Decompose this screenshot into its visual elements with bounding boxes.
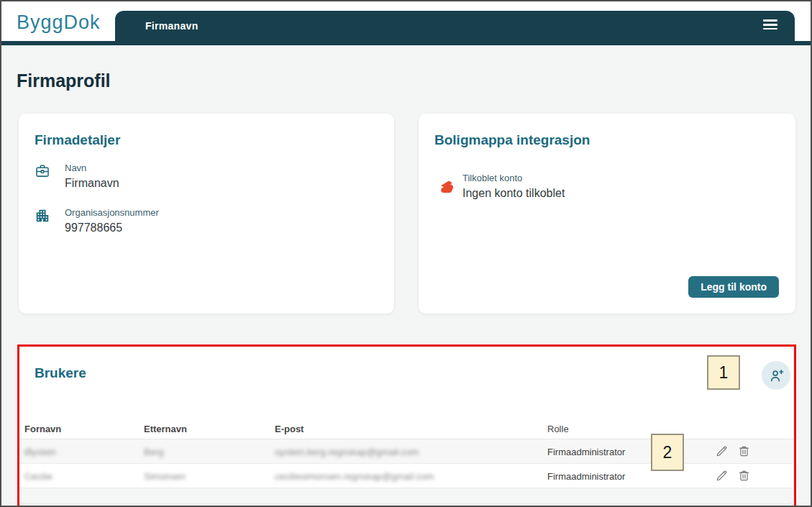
brukere-card: Brukere Fornavn Etternavn E-post Rolle Ø… bbox=[19, 347, 793, 503]
boligmappa-title: Boligmappa integrasjon bbox=[434, 132, 590, 148]
cell-fornavn: Cecilie bbox=[24, 470, 53, 481]
brukere-title: Brukere bbox=[35, 365, 86, 381]
hamburger-icon bbox=[763, 24, 777, 26]
column-header-rolle: Rolle bbox=[547, 424, 569, 434]
table-footer bbox=[19, 488, 793, 503]
row-actions bbox=[715, 469, 752, 483]
app-window: ByggDok Firmanavn Firmaprofil Firmadetal… bbox=[0, 0, 812, 507]
add-user-button[interactable] bbox=[762, 361, 790, 390]
cell-epost: ceciliesimonsen.regnskap@gmail.com bbox=[275, 470, 434, 481]
field-label: Navn bbox=[65, 163, 119, 173]
field-label: Tilkoblet konto bbox=[462, 173, 565, 183]
delete-user-button[interactable] bbox=[737, 444, 752, 459]
column-header-fornavn: Fornavn bbox=[24, 424, 61, 434]
field-value: 997788665 bbox=[65, 221, 159, 234]
boligmappa-logo-icon bbox=[439, 178, 457, 196]
cell-rolle: Firmaadministrator bbox=[547, 470, 625, 481]
cell-etternavn: Simonsen bbox=[144, 470, 186, 481]
app-logo[interactable]: ByggDok bbox=[17, 12, 101, 34]
field-value: Firmanavn bbox=[65, 177, 119, 190]
delete-user-button[interactable] bbox=[737, 469, 752, 483]
trash-icon bbox=[737, 444, 752, 458]
annotation-marker-1: 1 bbox=[707, 355, 740, 390]
edit-user-button[interactable] bbox=[715, 469, 729, 483]
cell-etternavn: Berg bbox=[144, 446, 163, 457]
column-header-etternavn: Etternavn bbox=[144, 424, 187, 434]
header-tabbar: Firmanavn bbox=[115, 11, 795, 41]
firmadetaljer-title: Firmadetaljer bbox=[35, 132, 120, 148]
person-add-icon bbox=[768, 367, 785, 384]
firmadetaljer-card: Firmadetaljer Navn Firmanavn bbox=[19, 114, 394, 314]
boligmappa-card: Boligmappa integrasjon Tilkoblet konto I… bbox=[419, 114, 795, 314]
trash-icon bbox=[737, 469, 752, 483]
pencil-icon bbox=[715, 444, 729, 458]
field-label: Organisasjonsnummer bbox=[65, 207, 159, 218]
field-value: Ingen konto tilkoblet bbox=[462, 187, 565, 200]
tab-firmanavn[interactable]: Firmanavn bbox=[145, 20, 199, 32]
hamburger-menu-button[interactable] bbox=[763, 19, 779, 32]
cell-rolle: Firmaadministrator bbox=[547, 446, 625, 457]
hamburger-icon bbox=[763, 19, 777, 22]
hamburger-icon bbox=[763, 28, 777, 30]
edit-user-button[interactable] bbox=[715, 444, 729, 459]
annotation-marker-2: 2 bbox=[651, 434, 684, 471]
row-actions bbox=[715, 444, 752, 459]
pencil-icon bbox=[715, 469, 729, 483]
page-title: Firmaprofil bbox=[17, 70, 111, 91]
header-divider bbox=[1, 41, 811, 45]
briefcase-icon bbox=[35, 163, 50, 179]
add-account-button[interactable]: Legg til konto bbox=[688, 276, 779, 298]
building-icon bbox=[35, 208, 50, 224]
cell-fornavn: Øystein bbox=[24, 446, 56, 457]
cell-epost: oystein.berg.regnskap@gmail.com bbox=[275, 446, 419, 457]
column-header-epost: E-post bbox=[275, 424, 304, 434]
